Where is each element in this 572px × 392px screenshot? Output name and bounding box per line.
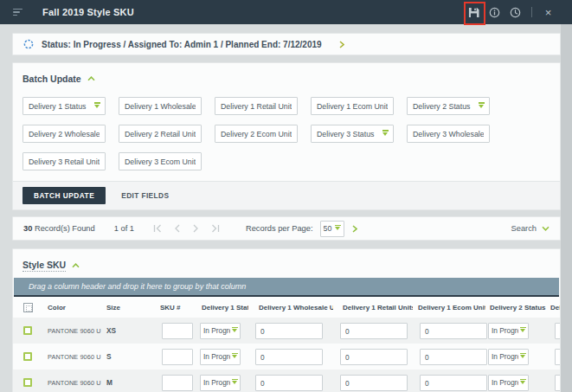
- batch-update-header[interactable]: Batch Update: [13, 63, 560, 84]
- delivery3-ecom-units-input[interactable]: [119, 152, 202, 170]
- group-by-drop-zone[interactable]: Drag a column header and drop it here to…: [14, 278, 559, 297]
- delivery3-wholesale-units-input[interactable]: [407, 125, 490, 143]
- delivery1-retail-input[interactable]: [340, 349, 408, 365]
- dropdown-label: Delivery 2 Status: [413, 102, 471, 111]
- chevron-down-icon: [520, 355, 525, 358]
- status-text: Status: In Progress / Assigned To: Admin…: [42, 40, 322, 49]
- delivery1-ecom-input[interactable]: [420, 323, 487, 339]
- delivery1-wholesale-input[interactable]: [255, 323, 323, 339]
- select-all-checkbox-icon[interactable]: [23, 303, 33, 312]
- search-toggle[interactable]: Search: [511, 224, 550, 233]
- pagination-nav: [153, 224, 220, 233]
- info-icon: [489, 7, 500, 18]
- previous-page-button[interactable]: [174, 224, 181, 233]
- delivery2-wholesale-input[interactable]: [555, 349, 560, 365]
- batch-update-panel: Batch Update Delivery 1 Status Delivery …: [12, 62, 561, 210]
- close-button[interactable]: ×: [542, 6, 555, 19]
- delivery1-status-dropdown[interactable]: Delivery 1 Status: [22, 97, 106, 115]
- delivery1-wholesale-input[interactable]: [255, 375, 323, 391]
- dropdown-value: In Progress: [492, 352, 518, 361]
- records-count: 30: [23, 224, 32, 233]
- delivery2-status-dropdown[interactable]: Delivery 2 Status: [407, 97, 490, 115]
- column-header-delivery2-wholesale[interactable]: Delivery 2 Wholesale Units: [548, 304, 560, 312]
- delivery1-wholesale-units-input[interactable]: [119, 97, 202, 115]
- size-cell: S: [105, 352, 160, 361]
- edit-fields-button[interactable]: EDIT FIELDS: [121, 191, 169, 200]
- sku-number-input[interactable]: [162, 323, 193, 339]
- delivery2-status-dropdown[interactable]: In Progress: [488, 323, 529, 339]
- status-expand-chevron[interactable]: [339, 41, 344, 48]
- delivery3-status-dropdown[interactable]: Delivery 3 Status: [311, 125, 394, 143]
- dropdown-value: In Progress: [203, 352, 230, 361]
- delivery1-ecom-input[interactable]: [420, 375, 487, 391]
- row-checkbox[interactable]: [23, 378, 32, 387]
- delivery1-status-dropdown[interactable]: In Progress: [200, 349, 241, 365]
- delivery3-retail-units-input[interactable]: [22, 152, 106, 170]
- sku-number-input[interactable]: [162, 375, 193, 391]
- chevron-down-icon: [520, 329, 525, 332]
- page-content: Status: In Progress / Assigned To: Admin…: [0, 24, 561, 392]
- dropdown-label: Delivery 3 Status: [317, 130, 375, 138]
- column-header-delivery1-retail[interactable]: Delivery 1 Retail Units: [333, 304, 413, 312]
- next-page-button[interactable]: [192, 224, 199, 233]
- column-header-delivery1-wholesale[interactable]: Delivery 1 Wholesale Units: [248, 304, 333, 312]
- row-checkbox[interactable]: [23, 326, 32, 335]
- column-header-delivery1-ecom[interactable]: Delivery 1 Ecom Units: [413, 304, 485, 312]
- refresh-icon[interactable]: [23, 39, 34, 49]
- delivery1-retail-input[interactable]: [340, 323, 408, 339]
- records-per-page-label: Records per Page:: [246, 224, 313, 233]
- delivery2-wholesale-input[interactable]: [555, 375, 560, 391]
- save-icon: [468, 7, 479, 18]
- dropdown-value: In Progress: [203, 378, 230, 387]
- chevron-right-icon: [352, 225, 357, 233]
- pagination-bar: 30 Record(s) Found 1 of 1 Records per Pa…: [12, 216, 561, 241]
- delivery2-wholesale-input[interactable]: [555, 323, 560, 339]
- color-cell: PANTONE 9060 U: [42, 353, 105, 361]
- menu-icon[interactable]: [13, 9, 22, 16]
- chevron-down-icon: [542, 226, 550, 231]
- column-header-color[interactable]: Color: [42, 304, 105, 312]
- color-cell: PANTONE 9060 U: [42, 327, 105, 335]
- info-button[interactable]: [488, 6, 501, 19]
- page-title: Fall 2019 Style SKU: [42, 7, 134, 17]
- apply-per-page-button[interactable]: [352, 225, 357, 233]
- delivery1-status-dropdown[interactable]: In Progress: [200, 375, 241, 391]
- table-row: PANTONE 9060 U M In Progress In Progress: [13, 370, 560, 392]
- delivery1-status-dropdown[interactable]: In Progress: [200, 323, 241, 339]
- chevron-up-icon: [87, 76, 95, 81]
- sku-number-input[interactable]: [162, 349, 193, 365]
- dropdown-value: In Progress: [492, 326, 518, 335]
- chevron-down-icon: [335, 227, 340, 230]
- size-cell: M: [105, 378, 160, 387]
- delivery2-status-dropdown[interactable]: In Progress: [488, 349, 529, 365]
- column-header-sku-number[interactable]: SKU #: [160, 304, 198, 312]
- history-button[interactable]: [509, 6, 522, 19]
- row-checkbox[interactable]: [23, 352, 32, 361]
- page-info: 1 of 1: [114, 224, 134, 233]
- style-sku-panel: Style SKU Drag a column header and drop …: [12, 248, 561, 392]
- records-per-page-dropdown[interactable]: 50: [320, 221, 344, 237]
- save-button[interactable]: [467, 6, 480, 19]
- column-header-delivery1-status[interactable]: Delivery 1 Status: [198, 304, 248, 312]
- status-bar: Status: In Progress / Assigned To: Admin…: [12, 33, 561, 55]
- records-found: 30 Record(s) Found: [23, 224, 95, 233]
- delivery1-wholesale-input[interactable]: [255, 349, 323, 365]
- column-header-size[interactable]: Size: [105, 304, 160, 312]
- delivery1-ecom-input[interactable]: [420, 349, 487, 365]
- delivery1-retail-input[interactable]: [340, 375, 408, 391]
- delivery2-ecom-units-input[interactable]: [215, 125, 298, 143]
- column-header-delivery2-status[interactable]: Delivery 2 Status: [485, 304, 548, 312]
- delivery1-ecom-units-input[interactable]: [311, 97, 394, 115]
- delivery2-wholesale-units-input[interactable]: [22, 125, 106, 143]
- first-page-button[interactable]: [153, 224, 163, 233]
- vertical-scrollbar[interactable]: [561, 24, 572, 392]
- delivery2-status-dropdown[interactable]: In Progress: [488, 375, 529, 391]
- last-page-icon: [210, 224, 220, 233]
- batch-update-button[interactable]: BATCH UPDATE: [22, 187, 106, 204]
- delivery2-retail-units-input[interactable]: [119, 125, 202, 143]
- last-page-button[interactable]: [210, 224, 220, 233]
- delivery1-retail-units-input[interactable]: [215, 97, 298, 115]
- records-count-label: Record(s) Found: [35, 224, 95, 233]
- style-sku-header[interactable]: Style SKU: [13, 249, 560, 272]
- table-header-row: Color Size SKU # Delivery 1 Status Deliv…: [13, 297, 560, 318]
